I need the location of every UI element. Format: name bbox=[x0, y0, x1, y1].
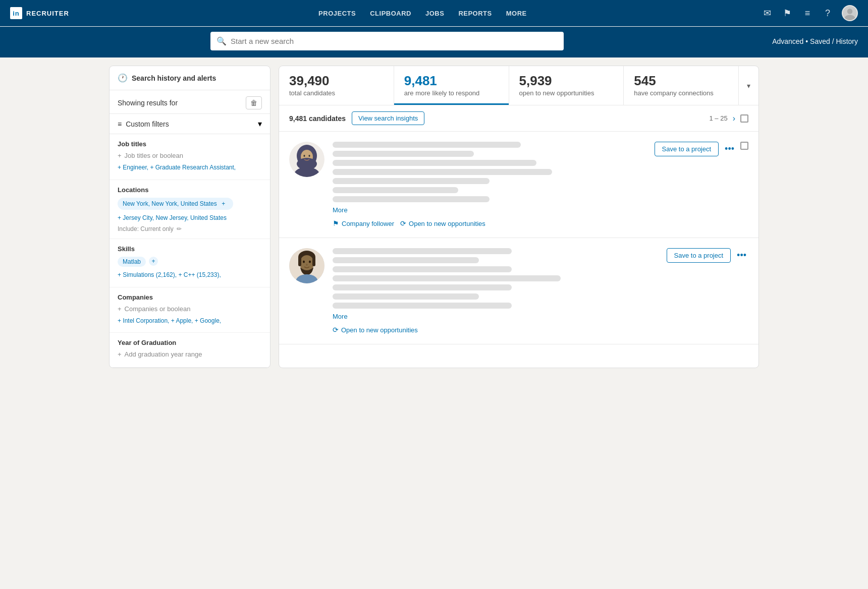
engineer-tag[interactable]: + Engineer, bbox=[118, 164, 148, 171]
candidate-actions-2: Save to a project ••• bbox=[667, 248, 748, 334]
svg-rect-13 bbox=[312, 257, 315, 266]
stat-tab-open[interactable]: 5,939 open to new opportunities bbox=[509, 66, 624, 105]
content-line bbox=[333, 257, 479, 263]
view-insights-button[interactable]: View search insights bbox=[352, 111, 424, 125]
pagination-range: 1 – 25 bbox=[710, 114, 728, 122]
graduation-add-row[interactable]: + Add graduation year range bbox=[118, 350, 262, 358]
graduate-tag[interactable]: + Graduate Research Assistant, bbox=[150, 164, 236, 171]
flag-badge-icon: ⚑ bbox=[333, 219, 339, 227]
delete-filter-button[interactable]: 🗑 bbox=[246, 96, 262, 109]
locations-section: Locations New York, New York, United Sta… bbox=[110, 180, 270, 240]
company-links: + Intel Corporation, + Apple, + Google, bbox=[118, 316, 262, 327]
candidate-badges-1: ⚑ Company follower ⟳ Open to new opportu… bbox=[333, 219, 646, 227]
companies-list[interactable]: + Intel Corporation, + Apple, + Google, bbox=[118, 317, 221, 324]
job-titles-title: Job titles bbox=[118, 140, 262, 148]
search-bar-wrapper: 🔍 Advanced • Saved / History bbox=[0, 27, 868, 57]
content-lines-1 bbox=[333, 142, 646, 202]
location-include-label: Include: Current only ✏ bbox=[118, 225, 262, 232]
skill-links: + Simulations (2,162), + C++ (15,233), bbox=[118, 270, 262, 281]
custom-filters-row[interactable]: ≡ Custom filters ▾ bbox=[110, 114, 270, 134]
user-avatar[interactable] bbox=[842, 5, 858, 21]
recruiter-label: RECRUITER bbox=[26, 10, 69, 17]
job-title-tags: + Engineer, + Graduate Research Assistan… bbox=[118, 162, 262, 173]
companies-placeholder: Companies or boolean bbox=[125, 305, 191, 313]
showing-results-row: Showing results for 🗑 bbox=[110, 90, 270, 114]
connections-number: 545 bbox=[634, 74, 728, 87]
nav-more[interactable]: MORE bbox=[506, 10, 527, 17]
content-lines-2 bbox=[333, 248, 659, 309]
companies-add-row[interactable]: + Companies or boolean bbox=[118, 305, 262, 313]
showing-results-label: Showing results for bbox=[118, 99, 178, 107]
graduation-section: Year of Graduation + Add graduation year… bbox=[110, 333, 270, 368]
content-line bbox=[333, 293, 479, 300]
content-line bbox=[333, 275, 561, 281]
open-opportunities-badge-2[interactable]: ⟳ Open to new opportunities bbox=[333, 326, 418, 334]
search-input[interactable] bbox=[210, 32, 564, 50]
linkedin-logo-box: in bbox=[10, 7, 22, 19]
linkedin-logo[interactable]: in RECRUITER bbox=[10, 7, 69, 19]
svg-point-8 bbox=[309, 155, 310, 157]
matlab-tag[interactable]: Matlab bbox=[118, 257, 146, 267]
graduation-placeholder: Add graduation year range bbox=[125, 350, 202, 358]
search-advanced-link[interactable]: Advanced • Saved / History bbox=[772, 37, 858, 45]
select-all-checkbox[interactable] bbox=[740, 114, 748, 123]
candidates-bar-left: 9,481 candidates View search insights bbox=[289, 111, 424, 125]
search-history-header[interactable]: 🕐 Search history and alerts bbox=[110, 66, 270, 90]
stat-tab-likely[interactable]: 9,481 are more likely to respond bbox=[394, 66, 509, 105]
nav-projects[interactable]: PROJECTS bbox=[318, 10, 356, 17]
content-line bbox=[333, 266, 512, 272]
plus-icon: + bbox=[118, 305, 122, 313]
svg-point-15 bbox=[309, 261, 311, 263]
more-options-button-1[interactable]: ••• bbox=[723, 142, 736, 156]
open-icon-1: ⟳ bbox=[400, 219, 406, 227]
nav-reports[interactable]: REPORTS bbox=[458, 10, 492, 17]
svg-point-7 bbox=[304, 155, 305, 157]
candidate-info-2: More ⟳ Open to new opportunities bbox=[333, 248, 659, 334]
nav-jobs[interactable]: JOBS bbox=[425, 10, 444, 17]
stat-tab-connections[interactable]: 545 have company connections bbox=[624, 66, 739, 105]
candidate-checkbox-1[interactable] bbox=[740, 142, 748, 150]
candidates-bar: 9,481 candidates View search insights 1 … bbox=[279, 105, 758, 132]
clock-icon: 🕐 bbox=[118, 73, 128, 83]
help-icon[interactable]: ? bbox=[822, 7, 834, 19]
nav-clipboard[interactable]: CLIPBOARD bbox=[370, 10, 411, 17]
graduation-title: Year of Graduation bbox=[118, 339, 262, 346]
more-options-button-2[interactable]: ••• bbox=[735, 248, 748, 263]
next-page-button[interactable]: › bbox=[732, 113, 736, 124]
open-opportunities-label: open to new opportunities bbox=[519, 89, 614, 97]
svg-point-16 bbox=[306, 264, 308, 266]
company-follower-badge[interactable]: ⚑ Company follower bbox=[333, 219, 394, 227]
simulations-link[interactable]: + Simulations (2,162), + C++ (15,233), bbox=[118, 271, 221, 278]
search-input-container: 🔍 bbox=[210, 32, 564, 50]
mail-icon[interactable]: ✉ bbox=[761, 7, 773, 19]
job-title-add-row[interactable]: + Job titles or boolean bbox=[118, 152, 262, 159]
content-line bbox=[333, 303, 512, 309]
save-project-button-2[interactable]: Save to a project bbox=[667, 248, 731, 263]
stat-tab-total[interactable]: 39,490 total candidates bbox=[279, 66, 394, 105]
list-icon[interactable]: ≡ bbox=[801, 7, 813, 19]
jersey-city-link[interactable]: + Jersey City, New Jersey, United States bbox=[118, 214, 227, 221]
job-title-placeholder: Job titles or boolean bbox=[125, 152, 183, 159]
svg-rect-12 bbox=[298, 257, 301, 266]
custom-filters-label: Custom filters bbox=[126, 120, 169, 128]
open-opportunities-badge-1[interactable]: ⟳ Open to new opportunities bbox=[400, 219, 485, 227]
content-line bbox=[333, 248, 512, 254]
location-jersey-link[interactable]: + Jersey City, New Jersey, United States bbox=[118, 213, 262, 224]
skill-add-btn[interactable]: + bbox=[149, 257, 158, 266]
candidate-avatar-2 bbox=[289, 248, 324, 283]
flag-icon[interactable]: ⚑ bbox=[781, 7, 793, 19]
candidate-badges-2: ⟳ Open to new opportunities bbox=[333, 326, 659, 334]
custom-filters-left: ≡ Custom filters bbox=[118, 120, 169, 128]
skills-title: Skills bbox=[118, 245, 262, 253]
plus-icon: + bbox=[118, 152, 122, 159]
stats-expand-btn[interactable]: ▾ bbox=[739, 66, 758, 105]
candidate-more-link-1[interactable]: More bbox=[333, 206, 348, 214]
total-candidates-label: total candidates bbox=[289, 89, 384, 97]
location-ny-add[interactable]: + bbox=[219, 199, 228, 208]
edit-pencil-icon[interactable]: ✏ bbox=[177, 225, 182, 232]
content-line bbox=[333, 196, 490, 202]
save-project-button-1[interactable]: Save to a project bbox=[655, 142, 719, 156]
candidate-more-link-2[interactable]: More bbox=[333, 313, 348, 320]
location-ny-tag[interactable]: New York, New York, United States + bbox=[118, 198, 233, 210]
company-follower-label: Company follower bbox=[342, 220, 394, 227]
